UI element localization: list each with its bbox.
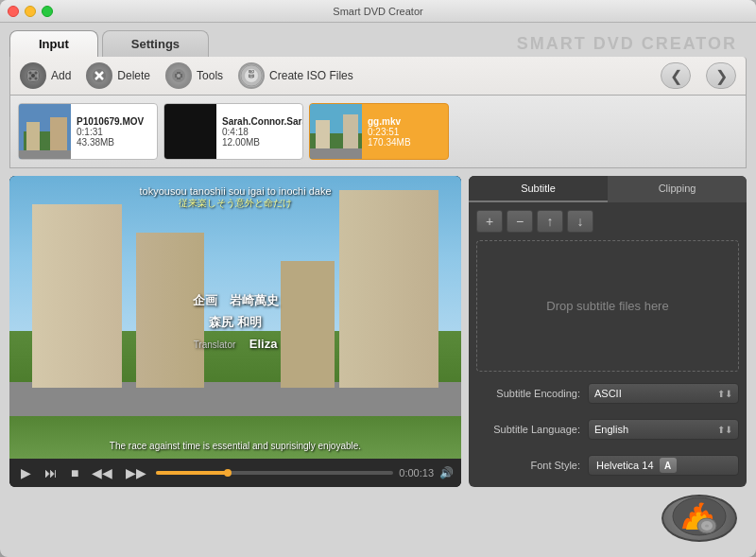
titlebar: Smart DVD Creator xyxy=(0,0,756,23)
tab-input[interactable]: Input xyxy=(9,30,98,57)
file-list: P1010679.MOV 0:1:31 43.38MB Sarah.Connor… xyxy=(18,103,738,160)
delete-label: Delete xyxy=(117,69,150,82)
subtitle-down-button[interactable]: ↓ xyxy=(567,210,593,233)
tabs-row: Input Settings SMART DVD CREATOR xyxy=(9,30,747,57)
file-info: gg.mkv 0:23:51 170.34MB xyxy=(362,104,448,159)
file-item[interactable]: Sarah.Connor.Sara 0:4:18 12.00MB xyxy=(163,103,303,160)
time-display: 0:00:13 xyxy=(399,467,434,479)
bottom-buttons xyxy=(9,487,747,549)
next-frame-button[interactable]: ⏭ xyxy=(41,463,61,482)
encoding-row: Subtitle Encoding: ASCII ⬆⬇ xyxy=(476,379,739,408)
create-iso-button[interactable]: ISO DVD Create ISO Files xyxy=(238,62,353,89)
font-style-icon: A xyxy=(660,458,677,473)
add-label: Add xyxy=(51,69,71,82)
file-item-selected[interactable]: gg.mkv 0:23:51 170.34MB xyxy=(309,103,449,160)
file-thumb xyxy=(164,104,216,159)
font-label: Font Style: xyxy=(476,460,580,471)
language-dropdown[interactable]: English ⬆⬇ xyxy=(588,419,739,440)
svg-rect-22 xyxy=(19,150,71,160)
encoding-label: Subtitle Encoding: xyxy=(476,388,580,399)
subtitle-bottom: The race against time is essential and s… xyxy=(32,441,438,451)
fast-forward-button[interactable]: ▶▶ xyxy=(122,463,150,482)
add-icon xyxy=(20,62,46,89)
video-screen: tokyousou tanoshii sou igai to inochi da… xyxy=(9,176,461,459)
subtitle-add-button[interactable]: + xyxy=(476,210,503,233)
progress-bar[interactable] xyxy=(156,471,393,475)
tab-subtitle[interactable]: Subtitle xyxy=(469,176,608,202)
brand-text: SMART DVD CREATOR xyxy=(517,34,737,54)
building xyxy=(32,204,123,388)
subtitle-drop-area[interactable]: Drop subtitle files here xyxy=(476,240,739,372)
encoding-dropdown[interactable]: ASCII ⬆⬇ xyxy=(588,383,739,404)
svg-text:DVD: DVD xyxy=(249,75,254,78)
file-thumb xyxy=(19,104,71,159)
dropdown-arrow: ⬆⬇ xyxy=(717,425,732,435)
subtitle-up-button[interactable]: ↑ xyxy=(537,210,563,233)
maximize-button[interactable] xyxy=(42,6,53,17)
create-iso-label: Create ISO Files xyxy=(269,69,353,82)
delete-button[interactable]: Delete xyxy=(86,62,150,89)
font-style-button[interactable]: Helvetica 14 A xyxy=(588,455,739,476)
progress-fill xyxy=(156,471,227,475)
file-name: P1010679.MOV xyxy=(77,116,151,127)
stop-button[interactable]: ■ xyxy=(67,463,82,482)
svg-point-6 xyxy=(35,78,38,80)
video-player: tokyousou tanoshii sou igai to inochi da… xyxy=(9,176,461,487)
dropdown-arrow: ⬆⬇ xyxy=(717,389,732,399)
file-duration: 0:4:18 xyxy=(222,127,303,137)
start-button[interactable] xyxy=(662,495,737,542)
building xyxy=(281,261,335,389)
file-duration: 0:23:51 xyxy=(368,127,442,137)
nav-next-button[interactable]: ❯ xyxy=(706,62,736,89)
right-panel: Subtitle Clipping + − xyxy=(469,176,747,487)
tab-settings[interactable]: Settings xyxy=(102,30,209,57)
svg-text:ISO: ISO xyxy=(249,70,254,74)
subtitle-remove-button[interactable]: − xyxy=(507,210,533,233)
svg-point-7 xyxy=(31,74,35,78)
subtitle-top: tokyousou tanoshii sou igai to inochi da… xyxy=(32,185,438,210)
file-list-area: P1010679.MOV 0:1:31 43.38MB Sarah.Connor… xyxy=(9,96,747,168)
panel-tabs: Subtitle Clipping xyxy=(469,176,747,202)
tools-button[interactable]: Tools xyxy=(165,62,223,89)
nav-prev-button[interactable]: ❮ xyxy=(661,62,691,89)
volume-icon[interactable]: 🔊 xyxy=(439,466,454,479)
file-info: Sarah.Connor.Sara 0:4:18 12.00MB xyxy=(216,104,303,159)
file-info: P1010679.MOV 0:1:31 43.38MB xyxy=(71,104,157,159)
language-row: Subtitle Language: English ⬆⬇ xyxy=(476,415,739,444)
video-controls: ▶ ⏭ ■ ◀◀ ▶▶ 0:00:13 🔊 xyxy=(9,459,461,487)
font-row: Font Style: Helvetica 14 A xyxy=(476,451,739,479)
rewind-button[interactable]: ◀◀ xyxy=(88,463,116,482)
delete-icon xyxy=(86,62,112,89)
file-name: Sarah.Connor.Sara xyxy=(222,116,303,127)
bottom-area: tokyousou tanoshii sou igai to inochi da… xyxy=(9,168,747,487)
svg-point-31 xyxy=(705,525,709,528)
subtitle-actions: + − ↑ ↓ xyxy=(476,210,739,233)
progress-handle xyxy=(224,469,232,477)
svg-rect-27 xyxy=(310,148,362,160)
close-button[interactable] xyxy=(8,6,19,17)
subtitle-credits: 企画 岩崎萬史 森尻 和明 Translator Eliza xyxy=(193,289,279,356)
file-size: 170.34MB xyxy=(368,137,442,148)
minimize-button[interactable] xyxy=(25,6,36,17)
add-button[interactable]: Add xyxy=(20,62,71,89)
panel-content: + − ↑ ↓ Drop subtitle xyxy=(469,202,747,487)
file-item[interactable]: P1010679.MOV 0:1:31 43.38MB xyxy=(18,103,158,160)
building xyxy=(339,190,438,388)
tab-clipping[interactable]: Clipping xyxy=(608,176,747,202)
tools-icon xyxy=(165,62,192,89)
svg-point-12 xyxy=(177,74,180,78)
svg-point-3 xyxy=(29,72,32,75)
file-name: gg.mkv xyxy=(368,116,442,127)
play-button[interactable]: ▶ xyxy=(17,463,35,482)
toolbar: Add Delete xyxy=(9,57,747,96)
start-icon xyxy=(671,496,728,541)
main-content: Input Settings SMART DVD CREATOR xyxy=(0,23,756,557)
svg-point-5 xyxy=(29,78,32,80)
app-window: Smart DVD Creator Input Settings SMART D… xyxy=(0,0,756,557)
window-title: Smart DVD Creator xyxy=(333,6,422,17)
iso-icon: ISO DVD xyxy=(238,62,265,89)
svg-point-4 xyxy=(35,72,38,75)
file-size: 12.00MB xyxy=(222,137,303,148)
traffic-lights xyxy=(8,6,53,17)
file-duration: 0:1:31 xyxy=(77,127,151,137)
